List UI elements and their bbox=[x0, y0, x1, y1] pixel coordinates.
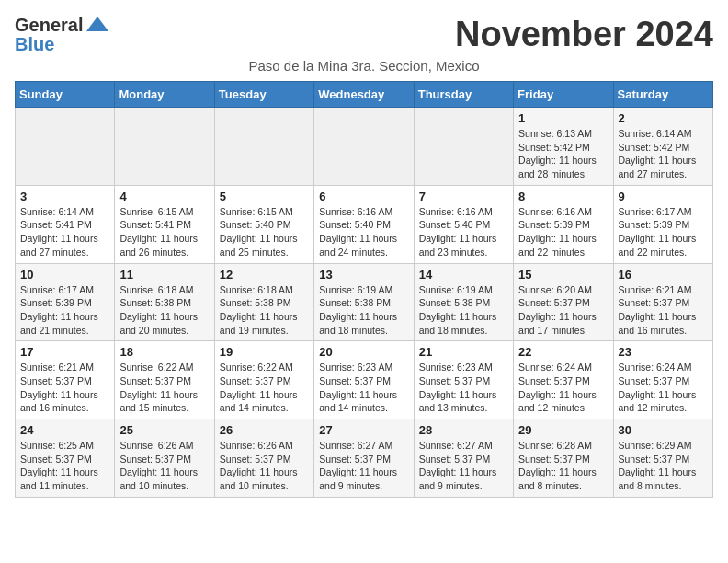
location-subtitle: Paso de la Mina 3ra. Seccion, Mexico bbox=[15, 58, 713, 74]
day-info: Sunrise: 6:27 AMSunset: 5:37 PMDaylight:… bbox=[419, 439, 508, 493]
day-info: Sunrise: 6:18 AMSunset: 5:38 PMDaylight:… bbox=[220, 283, 309, 338]
day-info: Sunrise: 6:29 AMSunset: 5:37 PMDaylight:… bbox=[619, 439, 708, 493]
day-info: Sunrise: 6:27 AMSunset: 5:37 PMDaylight:… bbox=[319, 439, 408, 493]
day-info: Sunrise: 6:15 AMSunset: 5:40 PMDaylight:… bbox=[220, 205, 309, 259]
day-number: 18 bbox=[119, 345, 209, 359]
day-info: Sunrise: 6:22 AMSunset: 5:37 PMDaylight:… bbox=[220, 361, 309, 415]
day-number: 25 bbox=[119, 423, 209, 437]
calendar-cell: 2Sunrise: 6:14 AMSunset: 5:42 PMDaylight… bbox=[613, 108, 712, 186]
calendar-cell: 17Sunrise: 6:21 AMSunset: 5:37 PMDayligh… bbox=[16, 341, 115, 419]
week-row-3: 10Sunrise: 6:17 AMSunset: 5:39 PMDayligh… bbox=[16, 263, 713, 341]
day-number: 11 bbox=[119, 268, 209, 282]
calendar-cell: 26Sunrise: 6:26 AMSunset: 5:37 PMDayligh… bbox=[214, 419, 313, 498]
calendar-cell bbox=[314, 108, 414, 186]
calendar-cell: 8Sunrise: 6:16 AMSunset: 5:39 PMDaylight… bbox=[514, 185, 613, 263]
day-number: 21 bbox=[419, 345, 508, 359]
page-header: General Blue November 2024 bbox=[15, 15, 713, 54]
day-info: Sunrise: 6:25 AMSunset: 5:37 PMDaylight:… bbox=[20, 439, 109, 493]
calendar-table: SundayMondayTuesdayWednesdayThursdayFrid… bbox=[15, 81, 713, 498]
day-info: Sunrise: 6:26 AMSunset: 5:37 PMDaylight:… bbox=[119, 439, 209, 493]
day-number: 6 bbox=[319, 190, 408, 203]
day-info: Sunrise: 6:14 AMSunset: 5:42 PMDaylight:… bbox=[619, 127, 708, 181]
day-info: Sunrise: 6:23 AMSunset: 5:37 PMDaylight:… bbox=[319, 361, 408, 415]
day-number: 30 bbox=[619, 423, 708, 437]
calendar-body: 1Sunrise: 6:13 AMSunset: 5:42 PMDaylight… bbox=[16, 108, 713, 498]
day-number: 22 bbox=[518, 345, 608, 359]
weekday-header-saturday: Saturday bbox=[613, 82, 712, 108]
calendar-cell: 29Sunrise: 6:28 AMSunset: 5:37 PMDayligh… bbox=[514, 419, 613, 498]
calendar-cell: 18Sunrise: 6:22 AMSunset: 5:37 PMDayligh… bbox=[115, 341, 214, 419]
calendar-cell: 22Sunrise: 6:24 AMSunset: 5:37 PMDayligh… bbox=[514, 341, 613, 419]
calendar-cell: 28Sunrise: 6:27 AMSunset: 5:37 PMDayligh… bbox=[414, 419, 513, 498]
calendar-cell: 12Sunrise: 6:18 AMSunset: 5:38 PMDayligh… bbox=[214, 263, 313, 341]
day-info: Sunrise: 6:17 AMSunset: 5:39 PMDaylight:… bbox=[619, 205, 708, 259]
calendar-cell: 27Sunrise: 6:27 AMSunset: 5:37 PMDayligh… bbox=[314, 419, 414, 498]
day-info: Sunrise: 6:16 AMSunset: 5:39 PMDaylight:… bbox=[518, 205, 608, 259]
day-info: Sunrise: 6:22 AMSunset: 5:37 PMDaylight:… bbox=[119, 361, 209, 415]
calendar-cell: 15Sunrise: 6:20 AMSunset: 5:37 PMDayligh… bbox=[514, 263, 613, 341]
day-number: 3 bbox=[20, 190, 109, 203]
day-number: 4 bbox=[119, 190, 209, 203]
weekday-header-thursday: Thursday bbox=[414, 82, 513, 108]
calendar-cell: 11Sunrise: 6:18 AMSunset: 5:38 PMDayligh… bbox=[115, 263, 214, 341]
week-row-1: 1Sunrise: 6:13 AMSunset: 5:42 PMDaylight… bbox=[16, 108, 713, 186]
calendar-cell: 25Sunrise: 6:26 AMSunset: 5:37 PMDayligh… bbox=[115, 419, 214, 498]
day-info: Sunrise: 6:20 AMSunset: 5:37 PMDaylight:… bbox=[518, 283, 608, 338]
day-number: 28 bbox=[419, 423, 508, 437]
svg-marker-0 bbox=[86, 17, 108, 31]
calendar-cell: 20Sunrise: 6:23 AMSunset: 5:37 PMDayligh… bbox=[314, 341, 414, 419]
day-info: Sunrise: 6:13 AMSunset: 5:42 PMDaylight:… bbox=[518, 127, 608, 181]
day-info: Sunrise: 6:23 AMSunset: 5:37 PMDaylight:… bbox=[419, 361, 508, 415]
calendar-cell: 30Sunrise: 6:29 AMSunset: 5:37 PMDayligh… bbox=[613, 419, 712, 498]
day-number: 27 bbox=[319, 423, 408, 437]
weekday-header-row: SundayMondayTuesdayWednesdayThursdayFrid… bbox=[16, 82, 713, 108]
day-number: 12 bbox=[220, 268, 309, 282]
day-info: Sunrise: 6:16 AMSunset: 5:40 PMDaylight:… bbox=[419, 205, 508, 259]
logo-general-text: General bbox=[15, 16, 83, 34]
day-number: 19 bbox=[220, 345, 309, 359]
day-number: 13 bbox=[319, 268, 408, 282]
day-number: 2 bbox=[619, 111, 708, 125]
day-info: Sunrise: 6:17 AMSunset: 5:39 PMDaylight:… bbox=[20, 283, 109, 338]
calendar-cell: 4Sunrise: 6:15 AMSunset: 5:41 PMDaylight… bbox=[115, 185, 214, 263]
day-number: 9 bbox=[619, 190, 708, 203]
day-number: 20 bbox=[319, 345, 408, 359]
calendar-cell bbox=[115, 108, 214, 186]
calendar-cell: 19Sunrise: 6:22 AMSunset: 5:37 PMDayligh… bbox=[214, 341, 313, 419]
calendar-cell: 13Sunrise: 6:19 AMSunset: 5:38 PMDayligh… bbox=[314, 263, 414, 341]
calendar-cell: 5Sunrise: 6:15 AMSunset: 5:40 PMDaylight… bbox=[214, 185, 313, 263]
day-number: 23 bbox=[619, 345, 708, 359]
day-number: 1 bbox=[518, 111, 608, 125]
calendar-cell: 6Sunrise: 6:16 AMSunset: 5:40 PMDaylight… bbox=[314, 185, 414, 263]
calendar-cell: 14Sunrise: 6:19 AMSunset: 5:38 PMDayligh… bbox=[414, 263, 513, 341]
day-info: Sunrise: 6:21 AMSunset: 5:37 PMDaylight:… bbox=[619, 283, 708, 338]
day-number: 8 bbox=[518, 190, 608, 203]
day-info: Sunrise: 6:21 AMSunset: 5:37 PMDaylight:… bbox=[20, 361, 109, 415]
weekday-header-tuesday: Tuesday bbox=[214, 82, 313, 108]
month-title: November 2024 bbox=[455, 15, 713, 54]
day-info: Sunrise: 6:28 AMSunset: 5:37 PMDaylight:… bbox=[518, 439, 608, 493]
logo-icon bbox=[85, 15, 110, 35]
day-number: 14 bbox=[419, 268, 508, 282]
day-info: Sunrise: 6:24 AMSunset: 5:37 PMDaylight:… bbox=[518, 361, 608, 415]
day-number: 10 bbox=[20, 268, 109, 282]
logo-blue-text: Blue bbox=[15, 34, 54, 54]
calendar-cell: 9Sunrise: 6:17 AMSunset: 5:39 PMDaylight… bbox=[613, 185, 712, 263]
day-info: Sunrise: 6:19 AMSunset: 5:38 PMDaylight:… bbox=[419, 283, 508, 338]
day-number: 17 bbox=[20, 345, 109, 359]
day-info: Sunrise: 6:14 AMSunset: 5:41 PMDaylight:… bbox=[20, 205, 109, 259]
day-number: 15 bbox=[518, 268, 608, 282]
calendar-cell: 1Sunrise: 6:13 AMSunset: 5:42 PMDaylight… bbox=[514, 108, 613, 186]
calendar-cell: 3Sunrise: 6:14 AMSunset: 5:41 PMDaylight… bbox=[16, 185, 115, 263]
calendar-cell: 24Sunrise: 6:25 AMSunset: 5:37 PMDayligh… bbox=[16, 419, 115, 498]
day-number: 26 bbox=[220, 423, 309, 437]
day-info: Sunrise: 6:19 AMSunset: 5:38 PMDaylight:… bbox=[319, 283, 408, 338]
day-number: 5 bbox=[220, 190, 309, 203]
day-number: 24 bbox=[20, 423, 109, 437]
week-row-4: 17Sunrise: 6:21 AMSunset: 5:37 PMDayligh… bbox=[16, 341, 713, 419]
weekday-header-friday: Friday bbox=[514, 82, 613, 108]
weekday-header-monday: Monday bbox=[115, 82, 214, 108]
week-row-5: 24Sunrise: 6:25 AMSunset: 5:37 PMDayligh… bbox=[16, 419, 713, 498]
day-info: Sunrise: 6:16 AMSunset: 5:40 PMDaylight:… bbox=[319, 205, 408, 259]
day-number: 29 bbox=[518, 423, 608, 437]
